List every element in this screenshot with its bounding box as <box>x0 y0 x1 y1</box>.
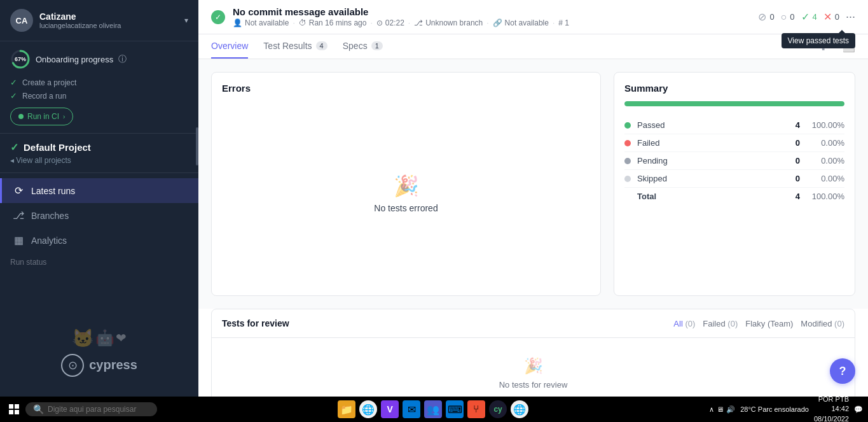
meta-link: 🔗 Not available <box>493 18 549 27</box>
pending-dot <box>624 158 631 164</box>
taskbar-app-v[interactable]: V <box>381 400 399 418</box>
windows-start-icon[interactable] <box>5 400 23 418</box>
chevron-down-icon[interactable]: ▾ <box>184 16 188 25</box>
pending-label: Pending <box>637 156 781 165</box>
taskbar-left: 🔍 <box>5 400 157 418</box>
summary-progress-bar <box>624 101 844 106</box>
check-icon: ✓ <box>10 78 17 87</box>
summary-panel-title: Summary <box>624 83 844 94</box>
taskbar-app-explorer[interactable]: 📁 <box>338 400 355 418</box>
filter-failed[interactable]: Failed (0) <box>703 319 738 328</box>
user-sub: luciangelacatizane oliveira <box>39 22 184 29</box>
more-options-icon[interactable]: ··· <box>846 10 855 24</box>
failed-label: Failed <box>637 138 781 148</box>
summary-row-failed: Failed 0 0.00% <box>624 134 844 152</box>
failed-value: 0 <box>781 138 800 148</box>
meta-duration: ⊙ 02:22 <box>376 18 404 27</box>
filter-all[interactable]: All (0) <box>673 319 695 328</box>
help-button[interactable]: ? <box>830 358 855 384</box>
sidebar-item-latest-runs[interactable]: ⟳ Latest runs <box>0 178 198 203</box>
cypress-logo-circle: ⊙ <box>61 354 84 377</box>
errors-panel-title: Errors <box>222 83 590 94</box>
taskbar-app-git[interactable]: ⑂ <box>467 400 485 418</box>
taskbar-app-chrome2[interactable]: 🌐 <box>511 400 528 418</box>
taskbar-clock: POR PTB 14:42 08/10/2022 <box>814 395 849 422</box>
sidebar-item-branches[interactable]: ⎇ Branches <box>0 203 198 228</box>
nav-items: ⟳ Latest runs ⎇ Branches ▦ Analytics Run… <box>0 173 198 292</box>
skipped-dot <box>624 176 631 182</box>
total-dot <box>624 193 631 200</box>
pending-pct: 0.00% <box>800 156 844 165</box>
total-value: 4 <box>781 192 800 201</box>
onboarding-item-2: ✓ Record a run <box>10 89 188 102</box>
status-passed: ✓ 4 <box>801 11 817 23</box>
filter-flaky[interactable]: Flaky (Team) <box>745 319 793 328</box>
network-icon: 🖥 <box>717 405 724 413</box>
tab-test-results[interactable]: Test Results 4 <box>263 34 327 59</box>
cypress-logo-text: cypress <box>89 358 137 372</box>
meta-run-number: # 1 <box>558 18 569 27</box>
modified-count: (0) <box>834 319 844 328</box>
failed-pct: 0.00% <box>800 138 844 148</box>
branches-icon: ⎇ <box>12 209 25 222</box>
summary-row-passed: Passed 4 100.00% <box>624 116 844 134</box>
cancelled-count: 0 <box>769 12 774 22</box>
onboarding-header: 67% Onboarding progress ⓘ <box>10 49 188 69</box>
progress-pct: 67% <box>15 56 26 62</box>
all-count: (0) <box>685 319 695 328</box>
taskbar-search-input[interactable] <box>48 405 149 414</box>
onboarding-info-icon[interactable]: ⓘ <box>118 53 127 65</box>
passed-value: 4 <box>781 120 800 130</box>
taskbar-app-cypress[interactable]: cy <box>489 400 507 418</box>
passed-check-icon: ✓ <box>801 11 809 23</box>
commit-info: No commit message available 👤 Not availa… <box>233 6 569 27</box>
skipped-label: Skipped <box>637 174 781 183</box>
view-passed-tooltip: View passed tests <box>782 33 856 48</box>
taskbar-app-email[interactable]: ✉ <box>403 400 420 418</box>
check-icon-2: ✓ <box>10 91 17 101</box>
tab-overview[interactable]: Overview <box>211 34 248 59</box>
commit-meta: 👤 Not available · ⏱ Ran 16 mins ago · ⊙ … <box>233 18 569 27</box>
sidebar-item-analytics[interactable]: ▦ Analytics <box>0 228 198 253</box>
taskbar-app-teams[interactable]: 👥 <box>424 400 442 418</box>
error-x-icon: ✕ <box>823 11 832 23</box>
ci-dot-icon <box>18 114 24 119</box>
avatar: CA <box>10 9 33 32</box>
party-icon-2: 🎉 <box>524 357 543 375</box>
filter-modified[interactable]: Modified (0) <box>801 319 844 328</box>
pending-value: 0 <box>781 156 800 165</box>
sidebar-scrollbar[interactable] <box>196 127 198 165</box>
progress-bar-fill <box>624 101 844 106</box>
errored-count: 0 <box>835 12 839 22</box>
summary-row-skipped: Skipped 0 0.00% <box>624 170 844 188</box>
failed-filter-count: (0) <box>727 319 738 328</box>
progress-ring: 67% <box>10 49 31 69</box>
status-errored: ✕ 0 <box>823 11 839 23</box>
onboarding-section: 67% Onboarding progress ⓘ ✓ Create a pro… <box>0 41 198 134</box>
tab-specs[interactable]: Specs 1 <box>343 34 383 59</box>
project-check-icon: ✓ <box>10 141 18 153</box>
summary-row-total: Total 4 100.00% <box>624 188 844 205</box>
status-failed: ○ 0 <box>781 11 795 23</box>
analytics-icon: ▦ <box>12 234 25 246</box>
onboarding-item-1: ✓ Create a project <box>10 76 188 89</box>
total-label: Total <box>637 192 781 201</box>
taskbar-apps: 📁 🌐 V ✉ 👥 ⌨ ⑂ cy 🌐 <box>338 400 528 418</box>
passed-label: Passed <box>637 120 781 130</box>
ci-chevron-icon: › <box>63 113 65 120</box>
system-icons: ∧ 🖥 🔊 <box>709 405 735 414</box>
taskbar-search[interactable]: 🔍 <box>25 402 157 416</box>
taskbar-app-vscode[interactable]: ⌨ <box>446 400 464 418</box>
sidebar-item-branches-label: Branches <box>31 211 69 221</box>
run-in-ci-button[interactable]: Run in CI › <box>10 108 73 125</box>
tab-test-results-label: Test Results <box>263 41 312 51</box>
sidebar-bottom: 🐱 🤖 ❤ ⊙ cypress <box>0 292 198 406</box>
failed-count: 0 <box>790 12 794 22</box>
taskbar-app-chrome[interactable]: 🌐 <box>359 400 377 418</box>
view-all-projects-link[interactable]: ◂ View all projects <box>10 156 188 165</box>
commit-title: No commit message available <box>233 6 569 17</box>
latest-runs-icon: ⟳ <box>12 185 25 197</box>
notification-icon[interactable]: 💬 <box>854 405 863 414</box>
review-header: Tests for review All (0) Failed (0) Flak… <box>212 309 855 338</box>
chevron-up-icon[interactable]: ∧ <box>709 405 714 414</box>
